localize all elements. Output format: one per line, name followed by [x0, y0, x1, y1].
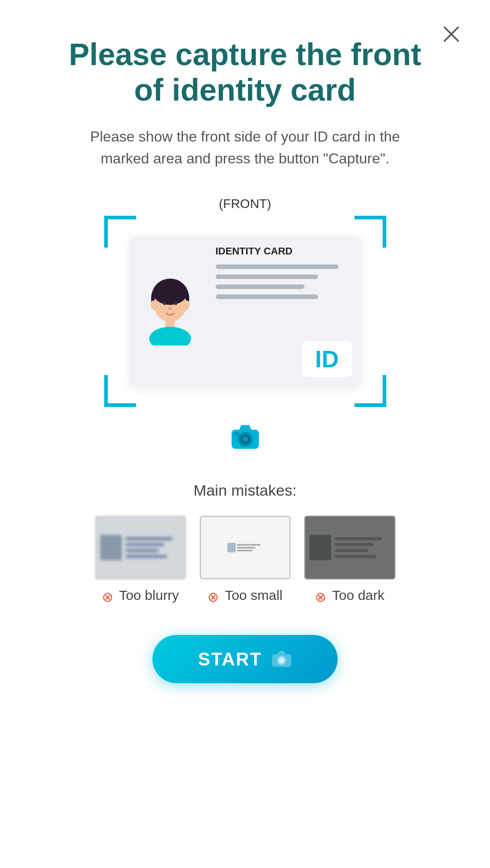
start-camera-icon [271, 649, 292, 670]
front-label: (FRONT) [219, 197, 271, 211]
svg-point-9 [149, 327, 191, 345]
mistake-label-blurry: ⊗ Too blurry [102, 588, 179, 603]
svg-point-10 [151, 300, 157, 310]
mistake-item-dark: ⊗ Too dark [304, 516, 395, 603]
mistake-thumb-dark [304, 516, 395, 579]
svg-rect-16 [234, 432, 239, 436]
mistake-label-dark: ⊗ Too dark [315, 588, 384, 603]
svg-point-15 [242, 437, 248, 442]
mistake-text-small: Too small [225, 588, 283, 603]
mini-avatar-dark [309, 535, 331, 560]
mistake-label-small: ⊗ Too small [207, 588, 283, 603]
x-icon-dark: ⊗ [315, 589, 328, 602]
svg-point-19 [279, 658, 284, 663]
id-card-title: IDENTITY CARD [216, 245, 352, 257]
mistake-item-blurry: ⊗ Too blurry [95, 516, 186, 603]
svg-point-5 [163, 301, 167, 305]
id-card-illustration: IDENTITY CARD ID [129, 236, 361, 386]
id-line-4 [216, 294, 318, 299]
id-badge-text: ID [315, 345, 339, 373]
mistake-item-small: ⊗ Too small [200, 516, 291, 603]
x-icon-small: ⊗ [207, 589, 220, 602]
mistakes-row: ⊗ Too blurry [95, 516, 395, 603]
mistakes-title: Main mistakes: [193, 482, 297, 499]
svg-point-7 [168, 307, 172, 310]
mistake-thumb-small [200, 516, 291, 579]
svg-point-4 [153, 279, 187, 305]
mistakes-section: Main mistakes: ⊗ [36, 482, 454, 621]
corner-frame: IDENTITY CARD ID [104, 216, 386, 407]
mini-avatar-blurry [100, 535, 122, 560]
page-container: Please capture the front of identity car… [0, 0, 490, 868]
mini-avatar-small [227, 543, 235, 553]
mini-lines-dark [335, 537, 390, 558]
id-badge: ID [302, 341, 352, 377]
mini-card-dark [306, 517, 394, 578]
scan-area: (FRONT) [86, 197, 404, 482]
page-subtitle: Please show the front side of your ID ca… [72, 126, 418, 169]
svg-point-6 [174, 301, 177, 305]
mini-lines-blurry [126, 537, 181, 558]
mini-card-small [225, 541, 264, 554]
close-button[interactable] [440, 23, 463, 46]
id-line-1 [216, 264, 338, 269]
id-line-3 [216, 284, 304, 289]
mistake-thumb-blurry [95, 516, 186, 579]
start-button[interactable]: START [152, 635, 337, 683]
svg-point-11 [183, 300, 190, 310]
page-title: Please capture the front of identity car… [59, 36, 432, 107]
id-line-2 [216, 274, 318, 279]
mini-lines-small [237, 544, 263, 551]
camera-icon [229, 421, 261, 454]
mini-card-blurry [96, 517, 185, 578]
id-card-left [129, 236, 211, 386]
avatar-illustration [141, 277, 200, 345]
mistake-text-dark: Too dark [332, 588, 384, 603]
x-icon-blurry: ⊗ [102, 589, 115, 602]
start-button-label: START [198, 649, 262, 670]
mistake-text-blurry: Too blurry [119, 588, 179, 603]
